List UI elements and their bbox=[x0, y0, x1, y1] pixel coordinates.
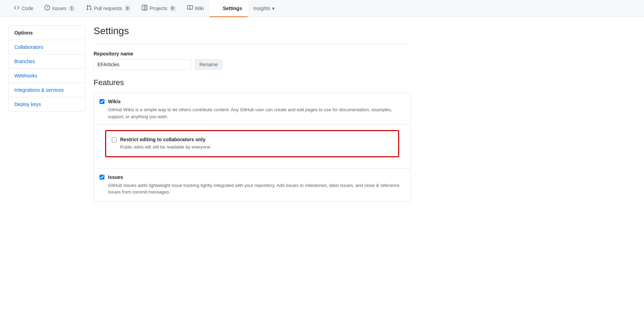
tab-pull-requests[interactable]: Pull requests 0 bbox=[81, 0, 137, 17]
issues-feature-header: Issues bbox=[100, 174, 405, 180]
tab-projects[interactable]: Projects 0 bbox=[136, 0, 181, 17]
code-icon bbox=[14, 5, 20, 12]
issues-feature-name: Issues bbox=[108, 174, 123, 180]
wikis-checkbox[interactable] bbox=[100, 99, 104, 104]
tab-settings[interactable]: Settings bbox=[210, 0, 248, 17]
repo-name-label: Repository name bbox=[94, 51, 411, 56]
issues-feature-desc: GitHub Issues adds lightweight issue tra… bbox=[108, 182, 405, 196]
sidebar-item-branches[interactable]: Branches bbox=[9, 54, 85, 69]
sidebar-item-integrations[interactable]: Integrations & services bbox=[9, 83, 85, 97]
restrict-editing-header: Restrict editing to collaborators only bbox=[112, 137, 393, 142]
issues-feature-checkbox[interactable] bbox=[100, 175, 104, 180]
sidebar-item-webhooks[interactable]: Webhooks bbox=[9, 69, 85, 83]
restrict-editing-highlighted: Restrict editing to collaborators only P… bbox=[105, 130, 399, 157]
restrict-editing-checkbox[interactable] bbox=[112, 137, 117, 142]
feature-issues: Issues GitHub Issues adds lightweight is… bbox=[94, 169, 410, 201]
repo-name-row: Rename bbox=[94, 59, 411, 70]
wikis-header: Wikis bbox=[100, 99, 405, 104]
wiki-icon bbox=[187, 5, 193, 12]
insights-dropdown-icon: ▾ bbox=[272, 6, 275, 11]
feature-wikis: Wikis GitHub Wikis is a simple way to le… bbox=[94, 93, 410, 169]
issues-badge: 1 bbox=[68, 5, 75, 12]
section-divider-top bbox=[94, 44, 411, 44]
top-nav: Code Issues 1 Pull requests 0 Projects 0 bbox=[0, 0, 644, 17]
tab-code[interactable]: Code bbox=[8, 0, 39, 17]
page-title: Settings bbox=[94, 25, 411, 37]
projects-icon bbox=[142, 5, 147, 12]
features-box: Wikis GitHub Wikis is a simple way to le… bbox=[94, 93, 411, 202]
projects-badge: 0 bbox=[169, 5, 176, 12]
tab-insights-label: Insights bbox=[253, 6, 270, 11]
sub-feature-wrapper: Restrict editing to collaborators only P… bbox=[100, 124, 405, 163]
tab-insights[interactable]: Insights ▾ bbox=[248, 1, 280, 17]
tab-wiki-label: Wiki bbox=[195, 6, 204, 11]
tab-wiki[interactable]: Wiki bbox=[182, 0, 210, 17]
settings-icon bbox=[215, 5, 221, 12]
pr-badge: 0 bbox=[124, 5, 131, 12]
sidebar-item-deploy-keys[interactable]: Deploy keys bbox=[9, 97, 85, 111]
wikis-main: Wikis GitHub Wikis is a simple way to le… bbox=[100, 99, 405, 124]
page-content: Options Collaborators Branches Webhooks … bbox=[0, 17, 419, 210]
wikis-name: Wikis bbox=[108, 99, 120, 104]
repo-name-input[interactable] bbox=[94, 59, 191, 70]
tab-settings-label: Settings bbox=[223, 6, 242, 11]
features-title: Features bbox=[94, 78, 411, 87]
main-content: Settings Repository name Rename Features… bbox=[94, 25, 411, 202]
tab-code-label: Code bbox=[22, 6, 33, 11]
tab-pr-label: Pull requests bbox=[94, 6, 122, 11]
tab-issues[interactable]: Issues 1 bbox=[39, 0, 80, 17]
wikis-desc: GitHub Wikis is a simple way to let othe… bbox=[108, 106, 405, 120]
sidebar-item-options[interactable]: Options bbox=[9, 26, 85, 40]
tab-projects-label: Projects bbox=[149, 6, 167, 11]
sidebar-item-collaborators[interactable]: Collaborators bbox=[9, 40, 85, 54]
restrict-editing-desc: Public wikis will still be readable by e… bbox=[120, 144, 393, 151]
pr-icon bbox=[86, 5, 92, 12]
restrict-editing-name: Restrict editing to collaborators only bbox=[120, 137, 205, 142]
repo-name-section: Repository name Rename bbox=[94, 51, 411, 70]
sidebar: Options Collaborators Branches Webhooks … bbox=[8, 25, 85, 112]
rename-button[interactable]: Rename bbox=[195, 59, 222, 70]
tab-issues-label: Issues bbox=[52, 6, 66, 11]
issues-icon bbox=[44, 5, 50, 12]
